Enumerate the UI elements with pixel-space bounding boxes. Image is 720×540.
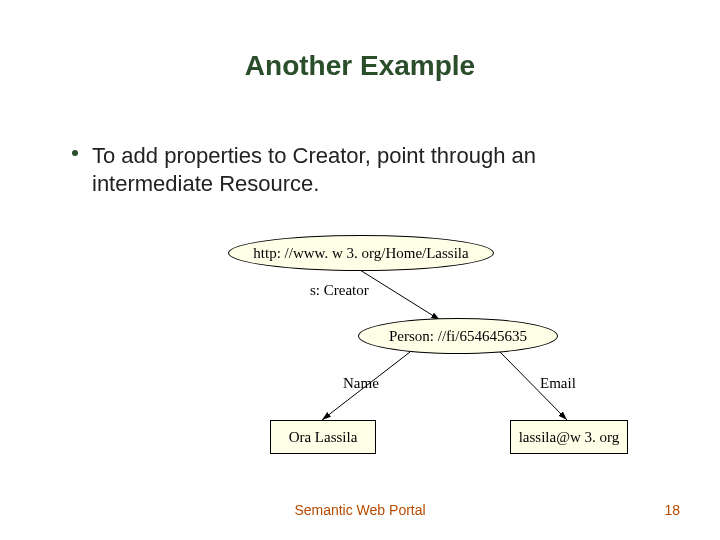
edge-label-creator: s: Creator (310, 282, 369, 299)
edge-label-name: Name (343, 375, 379, 392)
page-number: 18 (664, 502, 680, 518)
node-resource-1: http: //www. w 3. org/Home/Lassila (228, 235, 494, 271)
node-resource-2: Person: //fi/654645635 (358, 318, 558, 354)
svg-line-0 (360, 270, 440, 320)
node-literal-name: Ora Lassila (270, 420, 376, 454)
footer-text: Semantic Web Portal (0, 502, 720, 518)
node-literal-email: lassila@w 3. org (510, 420, 628, 454)
slide: Another Example To add properties to Cre… (0, 0, 720, 540)
edge-label-email: Email (540, 375, 576, 392)
